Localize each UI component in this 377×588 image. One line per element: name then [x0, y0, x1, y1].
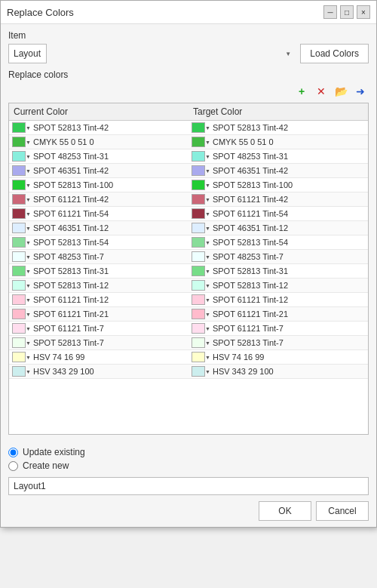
- add-button[interactable]: +: [293, 83, 310, 100]
- ok-button[interactable]: OK: [259, 501, 311, 521]
- color-table: Current Color Target Color ▼ SPOT 52813 …: [9, 103, 368, 379]
- export-button[interactable]: ➜: [352, 83, 369, 100]
- current-swatch-arrow[interactable]: ▼: [26, 340, 31, 346]
- target-swatch-arrow[interactable]: ▼: [205, 312, 210, 317]
- table-row[interactable]: ▼ SPOT 52813 Tint-42 ▼ SPOT 52813 Tint-4…: [9, 121, 368, 135]
- target-swatch: [192, 280, 205, 291]
- current-swatch-arrow[interactable]: ▼: [26, 297, 31, 303]
- create-new-radio-row[interactable]: Create new: [8, 460, 369, 471]
- table-row[interactable]: ▼ HSV 343 29 100 ▼ HSV 343 29 100: [9, 365, 368, 379]
- current-swatch-arrow[interactable]: ▼: [26, 140, 31, 145]
- remove-button[interactable]: ✕: [313, 83, 329, 100]
- current-color-cell: ▼ SPOT 61121 Tint-7: [9, 322, 188, 336]
- current-swatch-arrow[interactable]: ▼: [26, 254, 31, 260]
- target-color-name: SPOT 48253 Tint-31: [213, 152, 288, 161]
- current-swatch-arrow[interactable]: ▼: [26, 312, 31, 317]
- table-row[interactable]: ▼ SPOT 52813 Tint-31 ▼ SPOT 52813 Tint-3…: [9, 264, 368, 279]
- current-swatch-arrow[interactable]: ▼: [26, 226, 31, 231]
- target-color-name: SPOT 52813 Tint-54: [213, 238, 288, 247]
- current-color-name: SPOT 48253 Tint-31: [33, 152, 109, 161]
- current-swatch: [12, 352, 26, 362]
- current-swatch: [12, 122, 26, 133]
- table-row[interactable]: ▼ SPOT 46351 Tint-12 ▼ SPOT 46351 Tint-1…: [9, 221, 368, 236]
- button-row: OK Cancel: [8, 501, 369, 521]
- main-content: Item Layout Load Colors Replace colors +…: [1, 24, 376, 441]
- minimize-button[interactable]: ─: [323, 5, 337, 19]
- table-row[interactable]: ▼ SPOT 61121 Tint-54 ▼ SPOT 61121 Tint-5…: [9, 207, 368, 221]
- target-swatch-arrow[interactable]: ▼: [205, 240, 210, 245]
- table-row[interactable]: ▼ SPOT 48253 Tint-31 ▼ SPOT 48253 Tint-3…: [9, 149, 368, 164]
- current-swatch: [12, 223, 26, 233]
- target-swatch-arrow[interactable]: ▼: [205, 154, 210, 159]
- table-row[interactable]: ▼ SPOT 52813 Tint-54 ▼ SPOT 52813 Tint-5…: [9, 236, 368, 250]
- target-color-cell: ▼ HSV 74 16 99: [188, 350, 368, 365]
- target-swatch-arrow[interactable]: ▼: [205, 283, 210, 288]
- table-row[interactable]: ▼ SPOT 46351 Tint-42 ▼ SPOT 46351 Tint-4…: [9, 164, 368, 178]
- target-swatch-arrow[interactable]: ▼: [205, 369, 210, 374]
- table-row[interactable]: ▼ SPOT 61121 Tint-12 ▼ SPOT 61121 Tint-1…: [9, 293, 368, 307]
- current-swatch-arrow[interactable]: ▼: [26, 197, 31, 202]
- current-swatch-arrow[interactable]: ▼: [26, 355, 31, 360]
- current-color-cell: ▼ SPOT 52813 Tint-54: [9, 236, 188, 250]
- target-swatch-arrow[interactable]: ▼: [205, 211, 210, 217]
- target-swatch-arrow[interactable]: ▼: [205, 297, 210, 303]
- current-swatch-arrow[interactable]: ▼: [26, 168, 31, 174]
- target-swatch-arrow[interactable]: ▼: [205, 226, 210, 231]
- target-color-name: SPOT 61121 Tint-12: [213, 295, 288, 304]
- current-swatch-arrow[interactable]: ▼: [26, 283, 31, 288]
- current-swatch-arrow[interactable]: ▼: [26, 369, 31, 374]
- current-color-cell: ▼ SPOT 61121 Tint-21: [9, 307, 188, 322]
- table-row[interactable]: ▼ SPOT 52813 Tint-7 ▼ SPOT 52813 Tint-7: [9, 336, 368, 350]
- current-swatch: [12, 366, 26, 377]
- current-swatch-arrow[interactable]: ▼: [26, 326, 31, 331]
- current-color-name: HSV 74 16 99: [33, 352, 85, 362]
- target-swatch-arrow[interactable]: ▼: [205, 326, 210, 331]
- target-swatch-arrow[interactable]: ▼: [205, 254, 210, 260]
- color-table-container[interactable]: Current Color Target Color ▼ SPOT 52813 …: [8, 103, 369, 435]
- target-swatch-arrow[interactable]: ▼: [205, 355, 210, 360]
- current-swatch-arrow[interactable]: ▼: [26, 125, 31, 131]
- maximize-button[interactable]: □: [340, 5, 354, 19]
- table-row[interactable]: ▼ SPOT 52813 Tint-100 ▼ SPOT 52813 Tint-…: [9, 178, 368, 192]
- current-swatch-arrow[interactable]: ▼: [26, 183, 31, 188]
- target-color-cell: ▼ SPOT 61121 Tint-7: [188, 322, 368, 336]
- current-swatch: [12, 165, 26, 176]
- table-row[interactable]: ▼ HSV 74 16 99 ▼ HSV 74 16 99: [9, 350, 368, 365]
- table-row[interactable]: ▼ CMYK 55 0 51 0 ▼ CMYK 55 0 51 0: [9, 135, 368, 149]
- folder-button[interactable]: 📂: [333, 83, 349, 100]
- current-swatch: [12, 237, 26, 248]
- update-existing-radio[interactable]: [8, 448, 18, 457]
- table-row[interactable]: ▼ SPOT 61121 Tint-42 ▼ SPOT 61121 Tint-4…: [9, 192, 368, 207]
- target-color-cell: ▼ CMYK 55 0 51 0: [188, 135, 368, 149]
- cancel-button[interactable]: Cancel: [316, 501, 369, 521]
- target-swatch-arrow[interactable]: ▼: [205, 168, 210, 174]
- target-swatch-arrow[interactable]: ▼: [205, 125, 210, 131]
- target-color-name: SPOT 61121 Tint-7: [213, 324, 284, 333]
- create-new-label: Create new: [23, 460, 69, 471]
- current-color-cell: ▼ CMYK 55 0 51 0: [9, 135, 188, 149]
- current-swatch-arrow[interactable]: ▼: [26, 240, 31, 245]
- current-swatch-arrow[interactable]: ▼: [26, 154, 31, 159]
- target-swatch-arrow[interactable]: ▼: [205, 269, 210, 274]
- table-row[interactable]: ▼ SPOT 48253 Tint-7 ▼ SPOT 48253 Tint-7: [9, 250, 368, 264]
- target-color-name: SPOT 52813 Tint-12: [213, 281, 288, 290]
- target-swatch-arrow[interactable]: ▼: [205, 197, 210, 202]
- target-swatch: [192, 294, 205, 305]
- layout-dropdown[interactable]: Layout: [8, 44, 47, 63]
- table-row[interactable]: ▼ SPOT 61121 Tint-7 ▼ SPOT 61121 Tint-7: [9, 322, 368, 336]
- target-swatch-arrow[interactable]: ▼: [205, 140, 210, 145]
- current-swatch-arrow[interactable]: ▼: [26, 269, 31, 274]
- table-row[interactable]: ▼ SPOT 61121 Tint-21 ▼ SPOT 61121 Tint-2…: [9, 307, 368, 322]
- close-button[interactable]: ×: [357, 5, 370, 19]
- load-colors-button[interactable]: Load Colors: [300, 44, 369, 63]
- table-row[interactable]: ▼ SPOT 52813 Tint-12 ▼ SPOT 52813 Tint-1…: [9, 279, 368, 293]
- target-swatch-arrow[interactable]: ▼: [205, 183, 210, 188]
- update-existing-radio-row[interactable]: Update existing: [8, 447, 369, 457]
- current-color-name: SPOT 52813 Tint-54: [33, 238, 109, 247]
- target-swatch-arrow[interactable]: ▼: [205, 340, 210, 346]
- name-input[interactable]: [8, 477, 369, 495]
- target-color-name: SPOT 48253 Tint-7: [213, 252, 284, 261]
- target-swatch: [192, 323, 205, 334]
- create-new-radio[interactable]: [8, 461, 18, 471]
- current-swatch-arrow[interactable]: ▼: [26, 211, 31, 217]
